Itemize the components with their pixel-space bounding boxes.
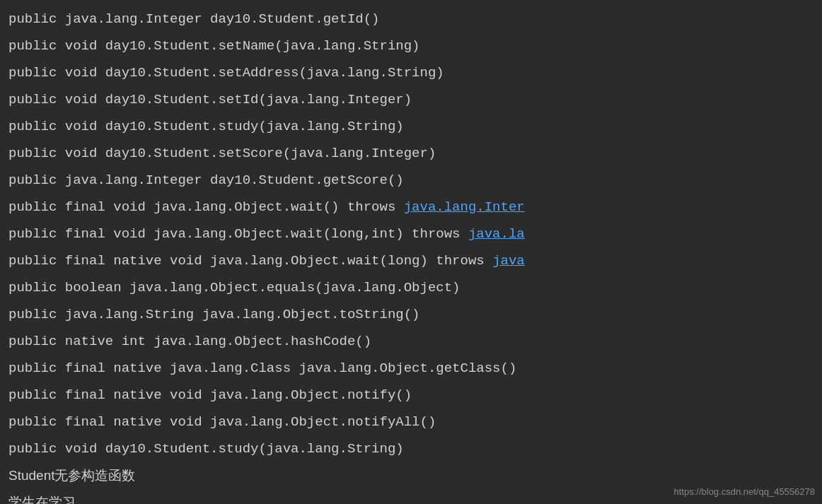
- code-line-2: public void day10.Student.setName(java.l…: [8, 33, 814, 59]
- code-line-7: public java.lang.Integer day10.Student.g…: [8, 167, 814, 194]
- code-line-9-before: public final void java.lang.Object.wait(…: [8, 226, 468, 242]
- code-line-4: public void day10.Student.setId(java.lan…: [8, 86, 814, 113]
- code-line-10-before: public final native void java.lang.Objec…: [8, 253, 492, 269]
- code-line-10-link[interactable]: java: [492, 253, 525, 269]
- chinese-line-1: Student无参构造函数: [8, 468, 136, 483]
- code-line-8-before: public final void java.lang.Object.wait(…: [8, 199, 404, 215]
- code-line-12: public java.lang.String java.lang.Object…: [8, 301, 814, 328]
- code-container: public java.lang.Integer day10.Student.g…: [0, 0, 822, 504]
- chinese-line-2: 学生在学习: [8, 495, 76, 504]
- code-line-15: public final native void java.lang.Objec…: [8, 382, 814, 409]
- code-line-17: public void day10.Student.study(java.lan…: [8, 435, 814, 462]
- code-line-8-link[interactable]: java.lang.Inter: [404, 199, 525, 215]
- code-line-8: public final void java.lang.Object.wait(…: [8, 194, 814, 221]
- code-line-11: public boolean java.lang.Object.equals(j…: [8, 274, 814, 301]
- code-line-10: public final native void java.lang.Objec…: [8, 247, 814, 274]
- code-line-13: public native int java.lang.Object.hashC…: [8, 328, 814, 355]
- code-line-3: public void day10.Student.setAddress(jav…: [8, 59, 814, 86]
- code-line-6: public void day10.Student.setScore(java.…: [8, 140, 814, 167]
- watermark: https://blog.csdn.net/qq_45556278: [674, 486, 816, 497]
- code-line-1: public java.lang.Integer day10.Student.g…: [8, 6, 814, 33]
- code-line-16: public final native void java.lang.Objec…: [8, 409, 814, 435]
- code-line-5: public void day10.Student.study(java.lan…: [8, 113, 814, 140]
- code-line-9: public final void java.lang.Object.wait(…: [8, 221, 814, 247]
- code-line-9-link[interactable]: java.la: [468, 226, 525, 242]
- code-line-14: public final native java.lang.Class java…: [8, 355, 814, 382]
